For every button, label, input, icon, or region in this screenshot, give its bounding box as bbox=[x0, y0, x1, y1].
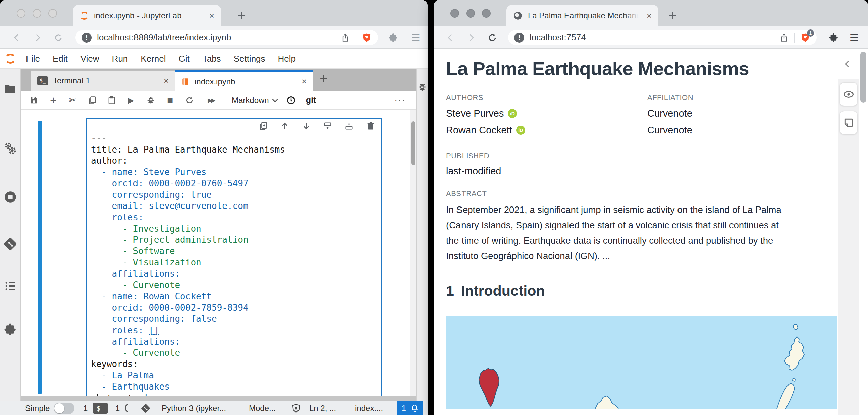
collapse-panel-button[interactable] bbox=[838, 49, 858, 79]
traffic-lights[interactable] bbox=[17, 9, 57, 18]
file-browser-icon[interactable] bbox=[4, 82, 17, 96]
document-tab-bar: $_ Terminal 1 × index.ipynb × + bbox=[21, 69, 416, 91]
cell-collapser-bar[interactable] bbox=[37, 121, 41, 394]
restart-kernel-icon[interactable] bbox=[185, 96, 194, 105]
line-column-indicator[interactable]: Ln 2, ... bbox=[309, 401, 336, 415]
close-window-button[interactable] bbox=[451, 9, 459, 18]
menu-item[interactable]: Git bbox=[172, 54, 196, 64]
notebook-panel[interactable]: --- title: La Palma Earthquake Mechanism… bbox=[21, 109, 416, 395]
property-inspector-gears-icon[interactable] bbox=[4, 142, 17, 155]
url-text[interactable]: localhost:7574 bbox=[530, 32, 779, 42]
annotations-note-button[interactable] bbox=[840, 111, 857, 134]
jupyterlab-browser-window: index.ipynb - JupyterLab × + ! localhost… bbox=[0, 0, 428, 415]
visibility-eye-button[interactable] bbox=[840, 83, 857, 106]
browser-menu-icon[interactable]: ☰ bbox=[849, 32, 859, 43]
close-tab-icon[interactable]: × bbox=[302, 76, 307, 87]
notifications-badge[interactable]: 1 bbox=[398, 401, 423, 415]
brave-shield-icon[interactable]: 1 bbox=[800, 32, 811, 43]
menu-item[interactable]: Kernel bbox=[134, 54, 172, 64]
command-mode-indicator[interactable]: Mode... bbox=[249, 401, 276, 415]
interrupt-kernel-icon[interactable]: ■ bbox=[165, 96, 175, 105]
share-icon[interactable] bbox=[779, 33, 789, 42]
menu-item[interactable]: Edit bbox=[46, 54, 74, 64]
reload-icon[interactable] bbox=[54, 33, 63, 42]
git-branch-icon[interactable] bbox=[141, 401, 150, 415]
forward-icon[interactable] bbox=[467, 33, 476, 42]
table-of-contents-icon[interactable] bbox=[4, 279, 17, 293]
tab-terminal[interactable]: $_ Terminal 1 × bbox=[31, 70, 175, 91]
zoom-window-button[interactable] bbox=[482, 9, 491, 18]
run-cell-icon[interactable]: ▶ bbox=[126, 96, 136, 105]
paste-cells-icon[interactable] bbox=[107, 96, 116, 105]
menu-item[interactable]: Tabs bbox=[196, 54, 227, 64]
back-icon[interactable] bbox=[12, 33, 22, 42]
menu-item[interactable]: Settings bbox=[227, 54, 272, 64]
orcid-icon[interactable]: iD bbox=[508, 109, 517, 118]
duplicate-cell-icon[interactable] bbox=[258, 121, 268, 131]
close-window-button[interactable] bbox=[17, 9, 26, 18]
git-toolbar-label[interactable]: git bbox=[306, 95, 316, 105]
extensions-puzzle-icon[interactable] bbox=[389, 33, 398, 42]
move-cell-down-icon[interactable] bbox=[302, 121, 311, 131]
insert-cell-icon[interactable]: + bbox=[49, 96, 58, 105]
minimize-window-button[interactable] bbox=[466, 9, 475, 18]
save-icon[interactable] bbox=[29, 96, 38, 105]
url-bar[interactable]: ! localhost:8889/lab/tree/index.ipynb bbox=[75, 30, 378, 45]
terminal-status-icon[interactable]: $_ bbox=[93, 401, 108, 415]
traffic-lights[interactable] bbox=[451, 9, 491, 18]
menu-item[interactable]: View bbox=[74, 54, 106, 64]
back-icon[interactable] bbox=[446, 33, 455, 42]
zoom-window-button[interactable] bbox=[48, 9, 57, 18]
close-tab-icon[interactable]: × bbox=[647, 11, 652, 20]
git-icon[interactable] bbox=[4, 237, 17, 251]
notebook-scrollbar[interactable] bbox=[410, 109, 416, 395]
debug-bug-icon[interactable] bbox=[146, 96, 155, 105]
new-launcher-button[interactable]: + bbox=[320, 71, 327, 87]
cut-cells-icon[interactable]: ✂ bbox=[68, 96, 78, 105]
history-clock-icon[interactable] bbox=[286, 96, 296, 105]
author-name: Rowan Cockett iD bbox=[446, 125, 647, 135]
brave-shield-icon[interactable] bbox=[361, 32, 372, 43]
reload-icon[interactable] bbox=[487, 33, 497, 42]
new-tab-button[interactable]: + bbox=[238, 8, 246, 23]
restart-run-all-icon[interactable]: ▶▶ bbox=[204, 96, 218, 105]
menu-item[interactable]: File bbox=[20, 54, 46, 64]
copy-cells-icon[interactable] bbox=[88, 96, 97, 105]
menu-item[interactable]: Run bbox=[106, 54, 134, 64]
scrollbar-thumb[interactable] bbox=[411, 121, 415, 165]
browser-menu-icon[interactable]: ☰ bbox=[411, 32, 420, 43]
markdown-cell-editor[interactable]: --- title: La Palma Earthquake Mechanism… bbox=[87, 119, 381, 395]
browser-tab[interactable]: La Palma Earthquake Mechanis × bbox=[506, 5, 658, 27]
scrollbar-thumb[interactable] bbox=[860, 52, 866, 103]
cell-type-dropdown[interactable]: Markdown bbox=[232, 96, 276, 105]
site-info-icon[interactable]: ! bbox=[82, 33, 92, 42]
browser-tab[interactable]: index.ipynb - JupyterLab × bbox=[73, 5, 221, 27]
url-bar[interactable]: ! localhost:7574 1 bbox=[508, 30, 817, 45]
new-tab-button[interactable]: + bbox=[669, 8, 677, 23]
more-commands-icon[interactable]: ··· bbox=[395, 95, 406, 105]
insert-cell-above-icon[interactable] bbox=[323, 121, 332, 131]
move-cell-up-icon[interactable] bbox=[280, 121, 289, 131]
menu-item[interactable]: Help bbox=[272, 54, 302, 64]
orcid-icon[interactable]: iD bbox=[516, 126, 525, 135]
site-info-icon[interactable]: ! bbox=[514, 33, 524, 42]
tab-notebook[interactable]: index.ipynb × bbox=[175, 70, 313, 91]
simple-mode-toggle[interactable] bbox=[54, 401, 74, 415]
forward-icon[interactable] bbox=[33, 33, 42, 42]
cell-toolbar bbox=[258, 121, 375, 131]
extension-manager-puzzle-icon[interactable] bbox=[4, 323, 17, 336]
terminal-icon: $_ bbox=[37, 76, 48, 85]
markdown-cell[interactable]: --- title: La Palma Earthquake Mechanism… bbox=[86, 118, 382, 395]
debugger-bug-icon[interactable] bbox=[417, 82, 427, 92]
share-icon[interactable] bbox=[341, 33, 350, 42]
extensions-puzzle-icon[interactable] bbox=[829, 33, 839, 42]
running-kernels-icon[interactable] bbox=[4, 190, 17, 204]
delete-cell-trash-icon[interactable] bbox=[366, 121, 375, 131]
close-tab-icon[interactable]: × bbox=[209, 11, 214, 20]
insert-cell-below-icon[interactable] bbox=[344, 121, 354, 131]
url-text[interactable]: localhost:8889/lab/tree/index.ipynb bbox=[97, 32, 341, 42]
page-scrollbar[interactable] bbox=[860, 52, 866, 166]
close-tab-icon[interactable]: × bbox=[164, 76, 169, 86]
minimize-window-button[interactable] bbox=[33, 9, 41, 18]
kernel-name[interactable]: Python 3 (ipyker... bbox=[162, 401, 226, 415]
